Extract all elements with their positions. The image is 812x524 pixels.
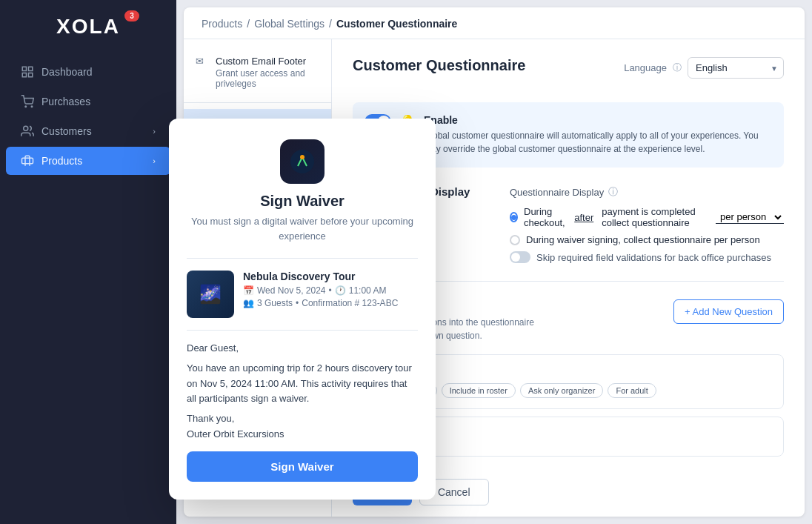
waiver-subtitle: You must sign a digital waiver before yo… <box>187 214 418 243</box>
letter-company: Outer Orbit Excursions <box>187 427 418 442</box>
waiver-title: Sign Waiver <box>187 193 418 210</box>
sidebar-item-customers[interactable]: Customers › <box>6 117 170 145</box>
tour-card: 🌌 Nebula Discovery Tour 📅 Wed Nov 5, 202… <box>187 271 418 318</box>
sidebar-item-purchases-label: Purchases <box>41 96 90 107</box>
main-area: Products / Global Settings / Customer Qu… <box>176 0 812 524</box>
calendar-small-icon: 📅 <box>243 285 254 296</box>
svg-point-4 <box>25 106 27 107</box>
svg-rect-0 <box>22 67 26 70</box>
waiver-modal: Sign Waiver You must sign a digital waiv… <box>169 119 436 500</box>
sidebar: XOLA 3 Dashboard Purchases Customers › P… <box>0 0 176 524</box>
skip-toggle[interactable] <box>510 251 530 263</box>
waiver-divider-2 <box>187 330 418 331</box>
guests-sep: • <box>296 298 299 308</box>
products-arrow: › <box>153 156 156 165</box>
breadcrumb-current: Customer Questionnaire <box>336 18 457 30</box>
waiver-divider-1 <box>187 258 418 259</box>
settings-nav-divider <box>184 102 331 103</box>
sidebar-item-dashboard-label: Dashboard <box>41 66 93 78</box>
breadcrumb: Products / Global Settings / Customer Qu… <box>184 7 805 39</box>
option2-text: During waiver signing, collect questionn… <box>526 234 760 245</box>
sidebar-item-products-label: Products <box>41 155 82 167</box>
sign-waiver-button[interactable]: Sign Waiver <box>187 451 418 482</box>
svg-point-6 <box>24 126 28 130</box>
tour-time: 11:00 AM <box>349 285 387 296</box>
page-title: Customer Questionnaire <box>353 57 525 74</box>
option1-middle: payment is completed collect questionnai… <box>602 206 710 228</box>
language-info-icon[interactable]: ⓘ <box>673 62 682 74</box>
enable-content: Enable Global customer questionnaire wil… <box>424 114 772 156</box>
sidebar-item-customers-label: Customers <box>41 125 92 137</box>
letter-greeting: Dear Guest, <box>187 341 418 356</box>
tag-adult: For adult <box>608 383 656 398</box>
option1-after: after <box>574 212 593 223</box>
letter-thanks: Thank you, <box>187 411 418 427</box>
tour-date: Wed Nov 5, 2024 <box>257 285 326 296</box>
purchases-icon <box>21 95 34 108</box>
language-label: Language <box>624 62 667 73</box>
svg-point-7 <box>290 150 314 173</box>
tour-guests-row: 👥 3 Guests • Confirmation # 123-ABC <box>243 298 398 308</box>
language-select[interactable]: English Spanish French German <box>688 57 784 79</box>
sidebar-item-purchases[interactable]: Purchases <box>6 87 170 116</box>
display-section-title: Questionnaire Display ⓘ <box>510 185 784 199</box>
svg-point-5 <box>31 106 33 107</box>
breadcrumb-sep1: / <box>247 18 250 30</box>
breadcrumb-products[interactable]: Products <box>202 18 242 30</box>
skip-knob <box>511 253 520 262</box>
language-select-wrapper: English Spanish French German ▼ <box>688 57 784 79</box>
app-logo: XOLA <box>56 15 120 39</box>
svg-rect-3 <box>29 73 33 77</box>
dashboard-icon <box>21 65 34 79</box>
per-person-select[interactable]: per person per booking <box>716 210 784 224</box>
tour-date-row: 📅 Wed Nov 5, 2024 • 🕐 11:00 AM <box>243 285 398 296</box>
clock-icon: 🕐 <box>335 285 346 296</box>
enable-description: Global customer questionnaire will autom… <box>424 129 772 156</box>
email-footer-sub: Grant user access and priveleges <box>216 68 319 89</box>
tour-name: Nebula Discovery Tour <box>243 271 398 282</box>
products-icon <box>21 154 34 168</box>
display-title-text: Questionnaire Display <box>510 187 604 198</box>
radio-option-waiver[interactable]: During waiver signing, collect questionn… <box>510 234 784 245</box>
settings-nav-email-footer[interactable]: ✉ Custom Email Footer Grant user access … <box>184 48 331 96</box>
breadcrumb-sep2: / <box>329 18 332 30</box>
radio-checkout[interactable] <box>510 212 518 222</box>
display-right: Questionnaire Display ⓘ During checkout,… <box>510 185 784 263</box>
logo-area: XOLA 3 <box>0 0 176 50</box>
waiver-logo-svg <box>289 148 316 175</box>
enable-title: Enable <box>424 114 772 126</box>
customers-arrow: › <box>153 127 156 136</box>
tour-guests-count: 3 Guests <box>257 298 293 308</box>
tour-image: 🌌 <box>187 271 234 318</box>
radio-option-checkout[interactable]: During checkout, after payment is comple… <box>510 206 784 228</box>
tag-roster: Include in roster <box>442 383 516 398</box>
add-question-button[interactable]: + Add New Question <box>673 299 784 324</box>
sidebar-item-dashboard[interactable]: Dashboard <box>6 58 170 86</box>
language-selector-group: Language ⓘ English Spanish French German… <box>624 57 784 79</box>
guests-icon: 👥 <box>243 298 254 308</box>
tour-info: Nebula Discovery Tour 📅 Wed Nov 5, 2024 … <box>243 271 398 308</box>
tour-meta-sep: • <box>329 285 332 296</box>
sidebar-nav: Dashboard Purchases Customers › Products… <box>0 50 176 524</box>
skip-label: Skip required field validations for back… <box>536 252 771 263</box>
sidebar-item-products[interactable]: Products › <box>6 147 170 175</box>
display-info-icon[interactable]: ⓘ <box>608 185 618 199</box>
letter-body: You have an upcoming trip for 2 hours di… <box>187 361 418 407</box>
radio-waiver[interactable] <box>510 235 520 245</box>
svg-rect-2 <box>22 73 26 77</box>
skip-row: Skip required field validations for back… <box>510 251 784 263</box>
customers-icon <box>21 125 34 138</box>
tag-organizer: Ask only organizer <box>520 383 604 398</box>
email-footer-title: Custom Email Footer <box>216 56 319 67</box>
breadcrumb-global-settings[interactable]: Global Settings <box>254 18 325 30</box>
svg-point-8 <box>300 155 304 159</box>
notification-badge[interactable]: 3 <box>124 10 139 21</box>
svg-rect-1 <box>29 67 33 70</box>
email-icon: ✉ <box>196 56 204 67</box>
option1-prefix: During checkout, <box>524 206 566 228</box>
tour-confirmation: Confirmation # 123-ABC <box>302 298 398 308</box>
waiver-letter: Dear Guest, You have an upcoming trip fo… <box>187 341 418 442</box>
waiver-app-icon <box>280 139 325 184</box>
